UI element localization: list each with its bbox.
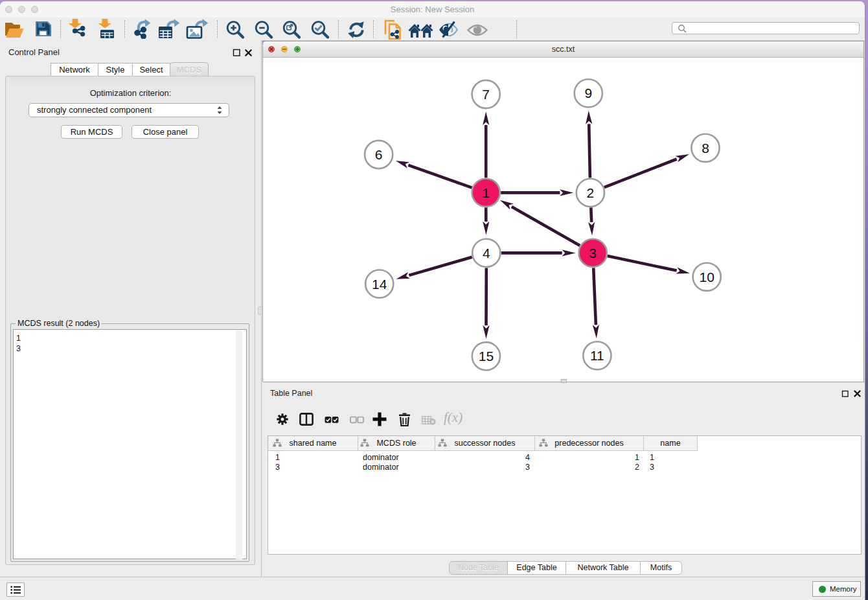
svg-text:2: 2: [587, 185, 595, 200]
svg-text:11: 11: [590, 348, 604, 363]
svg-text:15: 15: [479, 349, 494, 363]
svg-text:10: 10: [700, 270, 714, 284]
svg-text:1: 1: [482, 185, 490, 200]
svg-text:14: 14: [372, 277, 387, 292]
svg-text:9: 9: [584, 86, 592, 100]
svg-text:6: 6: [375, 147, 383, 162]
svg-text:8: 8: [702, 141, 709, 156]
svg-text:3: 3: [589, 246, 597, 260]
svg-text:4: 4: [483, 246, 490, 260]
svg-text:7: 7: [482, 87, 490, 102]
